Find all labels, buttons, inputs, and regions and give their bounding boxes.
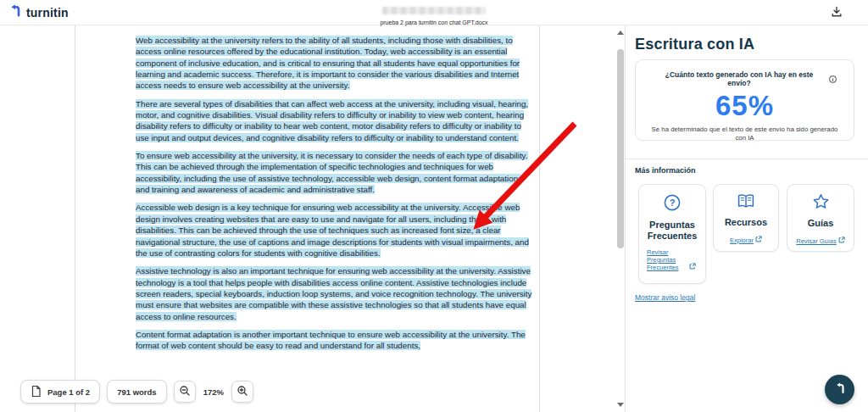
resources-link[interactable]: Explorar xyxy=(730,236,762,244)
svg-text:?: ? xyxy=(670,198,676,208)
guides-link-text: Revisar Guías xyxy=(796,237,837,245)
zoom-in-button[interactable] xyxy=(231,381,253,403)
ai-writing-panel: Escritura con IA ¿Cuánto texto generado … xyxy=(625,25,868,412)
ai-highlighted-text[interactable]: Assistive technology is also an importan… xyxy=(136,266,531,320)
faq-link[interactable]: Revisar Preguntas Frecuentes xyxy=(647,248,696,271)
ai-score-card: ¿Cuánto texto generado con IA hay en est… xyxy=(635,59,854,141)
word-count-label: 791 words xyxy=(117,387,156,397)
scroll-down-icon[interactable] xyxy=(617,403,624,407)
panel-title: Escritura con IA xyxy=(635,36,754,53)
question-circle-icon: ? xyxy=(663,193,682,215)
resources-link-text: Explorar xyxy=(730,237,754,244)
external-link-icon xyxy=(689,263,696,271)
ai-highlighted-text[interactable]: Web accessibility at the university refe… xyxy=(136,36,520,90)
faq-link-text: Revisar Preguntas Frecuentes xyxy=(647,248,687,271)
ai-score-question-text: ¿Cuánto texto generado con IA hay en est… xyxy=(653,70,826,87)
paragraph: There are several types of disabilities … xyxy=(136,98,535,143)
info-icon[interactable] xyxy=(829,75,837,83)
paragraph: Assistive technology is also an importan… xyxy=(136,265,535,322)
paragraph: To ensure web accessibility at the unive… xyxy=(136,150,535,195)
more-info-heading: Más información xyxy=(635,166,696,175)
legal-notice-link[interactable]: Mostrar aviso legal xyxy=(635,293,695,302)
page-icon xyxy=(31,385,42,399)
resources-card-title: Recursos xyxy=(721,217,771,228)
zoom-in-icon xyxy=(236,385,248,399)
download-button[interactable] xyxy=(827,3,846,22)
turnitin-fab-button[interactable] xyxy=(825,375,854,404)
turnitin-viewer: turnitin ˙ prueba 2 para turnitin con ch… xyxy=(0,0,868,412)
document-title-block: prueba 2 para turnitin con chat GPT.docx xyxy=(0,3,868,25)
resources-card[interactable]: Recursos Explorar xyxy=(713,184,779,252)
download-icon xyxy=(830,5,843,21)
turnitin-fab-icon xyxy=(833,381,847,398)
redacted-author-name xyxy=(382,7,486,14)
external-link-icon xyxy=(755,236,762,244)
guides-card[interactable]: Guías Revisar Guías xyxy=(787,184,854,252)
zoom-out-icon xyxy=(179,385,191,399)
ai-highlighted-text[interactable]: There are several types of disabilities … xyxy=(136,99,528,142)
zoom-controls: 172% xyxy=(174,381,253,403)
zoom-out-button[interactable] xyxy=(174,381,196,403)
star-icon xyxy=(812,193,830,214)
document-text: Web accessibility at the university refe… xyxy=(136,35,535,359)
document-page: Web accessibility at the university refe… xyxy=(75,25,540,412)
paragraph: Content format adaptation is another imp… xyxy=(136,329,535,352)
external-link-icon xyxy=(838,237,845,245)
scrollbar[interactable] xyxy=(616,25,625,412)
paragraph: Accessible web design is a key technique… xyxy=(136,202,535,259)
bottom-toolbar: Page 1 of 2 791 words 172% xyxy=(20,380,253,404)
guides-link[interactable]: Revisar Guías xyxy=(796,237,845,245)
ai-score-question: ¿Cuánto texto generado con IA hay en est… xyxy=(636,70,854,87)
scrollbar-thumb[interactable] xyxy=(617,49,624,248)
ai-score-value: 65% xyxy=(636,90,854,122)
ai-highlighted-text[interactable]: To ensure web accessibility at the unive… xyxy=(136,151,528,194)
book-icon xyxy=(736,193,756,213)
zoom-level-label: 172% xyxy=(202,387,225,397)
page-info-pill[interactable]: Page 1 of 2 xyxy=(20,380,100,404)
guides-card-title: Guías xyxy=(804,218,837,229)
panel-divider xyxy=(626,159,868,159)
document-filename: prueba 2 para turnitin con chat GPT.docx xyxy=(0,19,868,25)
scroll-up-icon[interactable] xyxy=(617,31,624,35)
ai-highlighted-text[interactable]: Content format adaptation is another imp… xyxy=(136,330,526,350)
ai-highlighted-text[interactable]: Accessible web design is a key technique… xyxy=(136,203,529,257)
paragraph: Web accessibility at the university refe… xyxy=(136,35,535,92)
document-viewport: Web accessibility at the university refe… xyxy=(0,25,625,412)
header: turnitin ˙ prueba 2 para turnitin con ch… xyxy=(0,0,868,25)
faq-card-title: Preguntas Frecuentes xyxy=(639,220,705,241)
faq-card[interactable]: ? Preguntas Frecuentes Revisar Preguntas… xyxy=(638,184,706,284)
page-label: Page 1 of 2 xyxy=(47,387,90,397)
word-count-pill: 791 words xyxy=(107,380,166,404)
ai-score-description: Se ha determinado que el texto de este e… xyxy=(636,125,854,142)
